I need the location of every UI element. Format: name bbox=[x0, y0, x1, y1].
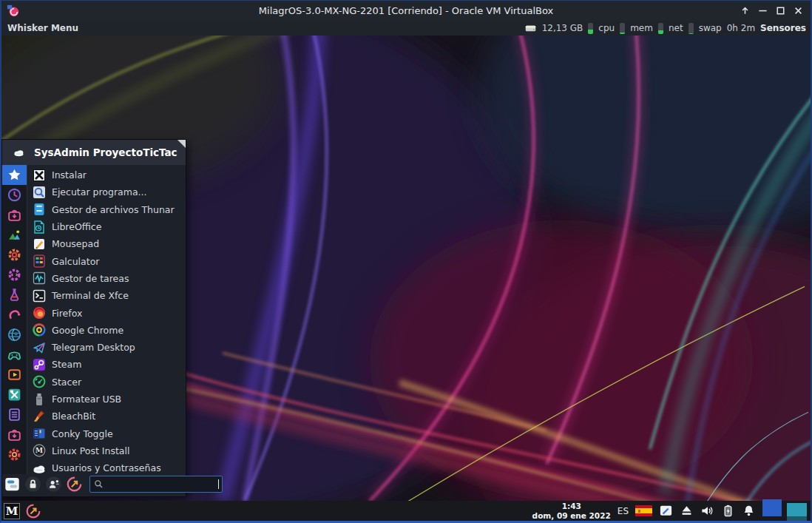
eject-icon[interactable] bbox=[680, 504, 694, 518]
category-juegos[interactable] bbox=[2, 345, 27, 365]
conky-icon bbox=[32, 426, 47, 441]
svg-text:M: M bbox=[35, 448, 43, 455]
menu-item-label: BleachBit bbox=[52, 411, 95, 422]
category-usados-recientemente[interactable] bbox=[2, 185, 27, 205]
log-out-button[interactable] bbox=[66, 476, 83, 493]
bottom-panel: M 1:43 dom, 09 ene 2022 ES bbox=[1, 501, 811, 521]
volume-icon[interactable] bbox=[700, 504, 714, 518]
keyboard-layout-label[interactable]: ES bbox=[618, 506, 629, 516]
mousepad-icon bbox=[32, 237, 47, 252]
category-sistema[interactable] bbox=[2, 385, 27, 405]
category-desarrollo[interactable] bbox=[2, 265, 27, 285]
menu-item-galculator[interactable]: Galculator bbox=[27, 252, 186, 269]
cpu-monitor-label[interactable]: cpu bbox=[598, 23, 615, 33]
menu-item-google-chrome[interactable]: Google Chrome bbox=[27, 322, 186, 339]
workspace-1[interactable] bbox=[762, 499, 782, 516]
net-monitor-label[interactable]: net bbox=[669, 23, 683, 33]
menu-item-firefox[interactable]: Firefox bbox=[27, 304, 186, 321]
menu-item-terminal-de-xfce[interactable]: Terminal de Xfce bbox=[27, 287, 186, 304]
sensors-label[interactable]: Sensores bbox=[760, 23, 806, 33]
menu-item-mousepad[interactable]: Mousepad bbox=[27, 235, 186, 252]
mem-monitor-bar[interactable] bbox=[620, 23, 625, 34]
session-actions bbox=[4, 476, 83, 493]
keep-on-top-button[interactable] bbox=[739, 4, 751, 17]
category-internet[interactable] bbox=[2, 325, 27, 345]
category-favoritos[interactable] bbox=[2, 165, 27, 185]
menu-item-label: Instalar bbox=[52, 169, 87, 180]
switch-user-button[interactable] bbox=[45, 476, 62, 493]
cpu-monitor-bar[interactable] bbox=[588, 23, 593, 34]
category-graficos[interactable] bbox=[2, 225, 27, 245]
menu-item-instalar[interactable]: Instalar bbox=[27, 166, 186, 183]
games-icon bbox=[7, 347, 22, 362]
menu-item-label: Steam bbox=[52, 359, 81, 370]
battery-icon[interactable] bbox=[721, 504, 735, 518]
category-accesorios[interactable] bbox=[2, 425, 27, 445]
all-settings-button[interactable] bbox=[4, 476, 21, 493]
star-icon bbox=[7, 167, 22, 183]
category-educacion[interactable] bbox=[2, 285, 27, 305]
net-monitor-bar[interactable] bbox=[658, 23, 663, 34]
workspace-2[interactable] bbox=[787, 503, 807, 521]
chrome-icon bbox=[32, 323, 47, 337]
installer-icon bbox=[32, 168, 47, 183]
close-button[interactable] bbox=[792, 4, 805, 17]
milagros-launcher-icon[interactable] bbox=[25, 503, 41, 519]
spanish-flag-icon[interactable] bbox=[635, 505, 652, 516]
swap-monitor-bar[interactable] bbox=[688, 23, 694, 34]
whisker-user-name: SysAdmin ProyectoTicTac bbox=[34, 146, 177, 158]
minimize-button[interactable] bbox=[757, 4, 769, 17]
menu-button[interactable]: M bbox=[4, 503, 20, 519]
category-otros[interactable] bbox=[2, 305, 27, 325]
category-todas-las-aplicaciones[interactable] bbox=[2, 205, 27, 225]
titlebar: MilagrOS-3.0-MX-NG-2201 [Corriendo] - Or… bbox=[1, 1, 811, 21]
user-cloud-icon bbox=[11, 146, 27, 158]
top-panel: Whisker Menu 12,13 GB cpumemnetswap 0h 2… bbox=[1, 21, 811, 36]
all-apps-icon bbox=[7, 427, 22, 442]
whisker-menu: SysAdmin ProyectoTicTac InstalarEjecutar… bbox=[1, 139, 186, 497]
whisker-menu-button[interactable]: Whisker Menu bbox=[7, 23, 78, 33]
disk-free-label[interactable]: 12,13 GB bbox=[542, 23, 583, 33]
menu-item-stacer[interactable]: Stacer bbox=[27, 374, 186, 391]
run-program-icon bbox=[32, 185, 47, 200]
menu-item-label: Ejecutar programa... bbox=[52, 186, 146, 198]
category-multimedia[interactable] bbox=[2, 365, 27, 385]
search-input[interactable] bbox=[106, 479, 217, 490]
whisker-footer bbox=[2, 474, 186, 496]
search-box[interactable] bbox=[89, 476, 223, 493]
menu-item-label: Mousepad bbox=[52, 238, 99, 249]
task-manager-icon bbox=[32, 271, 47, 286]
menu-item-gestor-de-tareas[interactable]: Gestor de tareas bbox=[27, 270, 186, 287]
window-controls bbox=[739, 4, 805, 17]
menu-item-usuarios-y-contrase-as[interactable]: Usuarios y Contraseñas bbox=[27, 459, 186, 474]
system-tools-icon bbox=[7, 387, 22, 402]
disk-icon[interactable] bbox=[524, 23, 537, 34]
desktop: SysAdmin ProyectoTicTac InstalarEjecutar… bbox=[1, 36, 811, 501]
menu-item-label: Linux Post Install bbox=[52, 445, 129, 456]
menu-item-linux-post-install[interactable]: MLinux Post Install bbox=[27, 442, 186, 459]
menu-item-ejecutar-programa[interactable]: Ejecutar programa... bbox=[27, 183, 186, 200]
menu-item-bleachbit[interactable]: BleachBit bbox=[27, 408, 186, 425]
swap-monitor-label[interactable]: swap bbox=[699, 23, 722, 33]
whisker-header: SysAdmin ProyectoTicTac bbox=[2, 140, 186, 165]
recent-icon bbox=[7, 187, 22, 203]
uptime-label[interactable]: 0h 2m bbox=[727, 23, 755, 33]
maximize-button[interactable] bbox=[774, 4, 787, 17]
display-pen-icon[interactable] bbox=[659, 504, 673, 518]
category-ajustes[interactable] bbox=[2, 445, 27, 465]
menu-item-steam[interactable]: Steam bbox=[27, 356, 186, 373]
menu-item-formatear-usb[interactable]: Formatear USB bbox=[27, 391, 186, 408]
bell-icon[interactable] bbox=[742, 504, 756, 518]
menu-item-conky-toggle[interactable]: Conky Toggle bbox=[27, 425, 186, 442]
lock-screen-button[interactable] bbox=[24, 476, 41, 493]
category-oficina[interactable] bbox=[2, 405, 27, 425]
clock[interactable]: 1:43 dom, 09 ene 2022 bbox=[532, 502, 611, 520]
menu-item-gestor-de-archivos-thunar[interactable]: Gestor de archivos Thunar bbox=[27, 201, 186, 218]
menu-item-label: Google Chrome bbox=[52, 325, 124, 336]
category-configuracion[interactable] bbox=[2, 245, 27, 265]
mem-monitor-label[interactable]: mem bbox=[630, 23, 653, 33]
menu-item-libreoffice[interactable]: LibreOffice bbox=[27, 218, 186, 235]
clock-time: 1:43 bbox=[532, 502, 611, 511]
menu-item-telegram-desktop[interactable]: Telegram Desktop bbox=[27, 339, 186, 356]
resize-grip[interactable] bbox=[177, 140, 186, 148]
